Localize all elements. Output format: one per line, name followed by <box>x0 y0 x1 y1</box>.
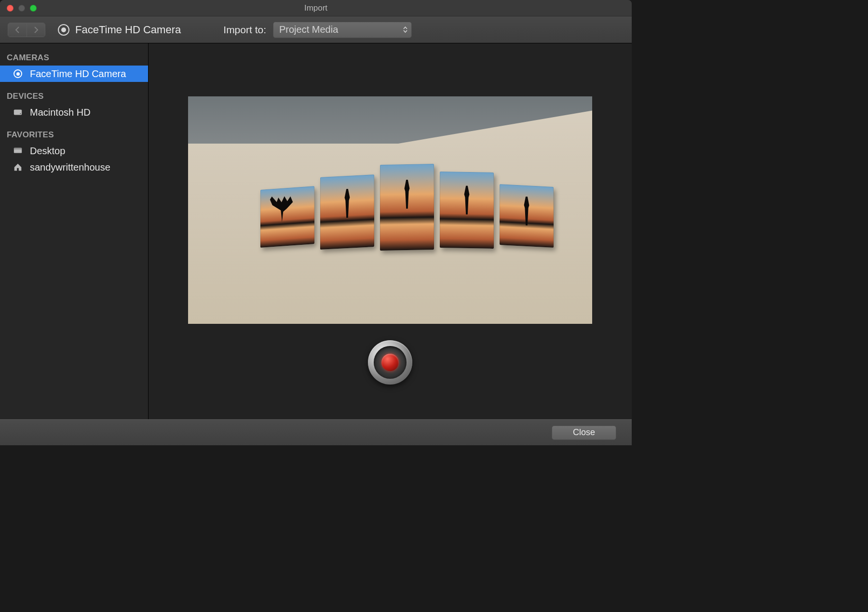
footer: Close <box>0 419 632 445</box>
toolbar-camera-title: FaceTime HD Camera <box>75 24 181 36</box>
camera-icon <box>13 68 23 79</box>
sidebar-item-label: FaceTime HD Camera <box>30 68 126 80</box>
svg-point-1 <box>20 113 21 114</box>
window-minimize-button[interactable] <box>18 5 25 12</box>
sidebar-header-cameras: CAMERAS <box>0 50 148 66</box>
svg-rect-0 <box>14 110 22 115</box>
content-area <box>149 43 632 419</box>
caret-down-icon <box>403 30 407 33</box>
sidebar-item-label: Desktop <box>30 146 65 157</box>
import-to-select-value: Project Media <box>279 24 338 35</box>
sidebar-item-label: sandywrittenhouse <box>30 162 110 173</box>
toolbar-camera-title-wrap: FaceTime HD Camera <box>58 24 181 36</box>
preview-artwork <box>260 164 554 251</box>
nav-forward-button[interactable] <box>27 23 45 37</box>
nav-buttons <box>8 23 45 37</box>
chevron-right-icon <box>34 27 39 33</box>
sidebar-header-favorites: FAVORITES <box>0 127 148 143</box>
window-body: CAMERAS FaceTime HD Camera DEVICES Macin… <box>0 43 632 419</box>
sidebar-item-desktop[interactable]: Desktop <box>0 143 148 159</box>
sidebar: CAMERAS FaceTime HD Camera DEVICES Macin… <box>0 43 149 419</box>
import-window: Import FaceTime HD Camera Import to: Pro… <box>0 0 632 445</box>
close-button[interactable]: Close <box>552 426 616 440</box>
import-to-select[interactable]: Project Media <box>273 22 412 38</box>
sidebar-header-devices: DEVICES <box>0 89 148 104</box>
close-button-label: Close <box>573 427 595 438</box>
titlebar: Import <box>0 0 632 16</box>
window-title: Import <box>304 3 327 13</box>
nav-back-button[interactable] <box>8 23 27 37</box>
window-zoom-button[interactable] <box>30 5 37 12</box>
svg-rect-3 <box>14 148 22 150</box>
import-to-group: Import to: Project Media <box>223 22 412 38</box>
window-close-button[interactable] <box>7 5 14 12</box>
traffic-lights <box>7 5 37 12</box>
sidebar-item-macintosh-hd[interactable]: Macintosh HD <box>0 104 148 120</box>
home-icon <box>13 162 23 173</box>
sidebar-item-facetime-camera[interactable]: FaceTime HD Camera <box>0 66 148 82</box>
hard-drive-icon <box>13 107 23 118</box>
camera-icon <box>58 24 69 36</box>
sidebar-item-home[interactable]: sandywrittenhouse <box>0 159 148 175</box>
select-stepper-icon <box>403 27 407 33</box>
desktop-icon <box>13 146 23 156</box>
import-to-label: Import to: <box>223 24 266 36</box>
toolbar: FaceTime HD Camera Import to: Project Me… <box>0 16 632 43</box>
record-button[interactable] <box>368 340 412 385</box>
camera-preview <box>188 96 592 324</box>
sidebar-item-label: Macintosh HD <box>30 107 91 118</box>
chevron-left-icon <box>15 27 20 33</box>
caret-up-icon <box>403 27 407 29</box>
